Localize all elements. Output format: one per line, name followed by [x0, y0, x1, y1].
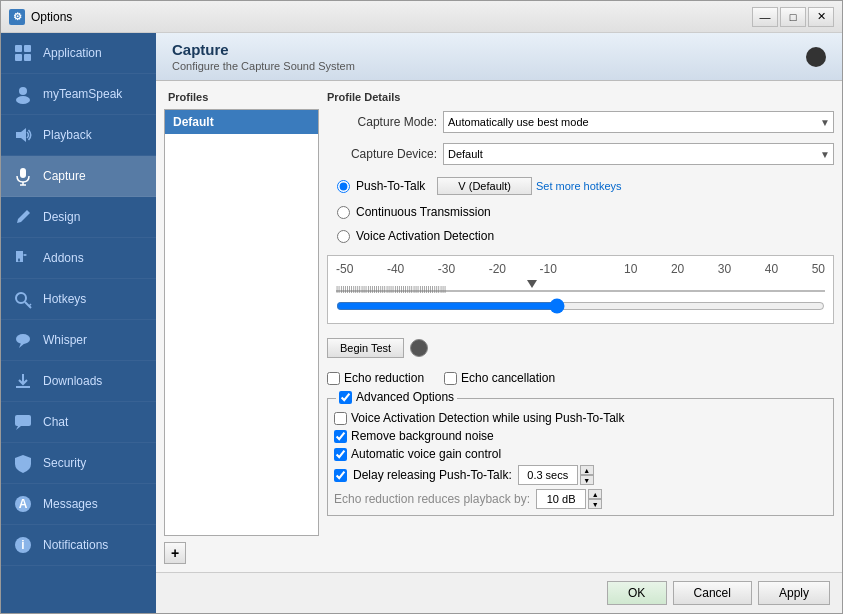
echo-cancellation-row: Echo cancellation: [444, 371, 555, 385]
sidebar-item-design[interactable]: Design: [1, 197, 156, 238]
capture-mode-select-wrapper: Automatically use best mode ▼: [443, 111, 834, 133]
sidebar-item-notifications-label: Notifications: [43, 538, 108, 552]
adv-auto-gain-label: Automatic voice gain control: [351, 447, 501, 461]
vad-radio[interactable]: [337, 230, 350, 243]
maximize-button[interactable]: □: [780, 7, 806, 27]
sidebar-item-addons[interactable]: Addons: [1, 238, 156, 279]
echo-playback-label: Echo reduction reduces playback by:: [334, 492, 530, 506]
sidebar-item-chat-label: Chat: [43, 415, 68, 429]
download-icon: [11, 369, 35, 393]
begin-test-button[interactable]: Begin Test: [327, 338, 404, 358]
capture-device-select-wrapper: Default ▼: [443, 143, 834, 165]
advanced-content: Voice Activation Detection while using P…: [334, 405, 827, 509]
capture-device-row: Capture Device: Default ▼: [327, 143, 834, 165]
delay-spin-down[interactable]: ▼: [580, 475, 594, 485]
capture-device-select[interactable]: Default: [443, 143, 834, 165]
continuous-radio[interactable]: [337, 206, 350, 219]
panel-body: Profiles Default + Profile Details Captu…: [156, 81, 842, 572]
user-icon: [11, 82, 35, 106]
sidebar-item-downloads[interactable]: Downloads: [1, 361, 156, 402]
svg-point-5: [16, 96, 30, 104]
window-title: Options: [31, 10, 72, 24]
close-button[interactable]: ✕: [808, 7, 834, 27]
sidebar-item-playback[interactable]: Playback: [1, 115, 156, 156]
sidebar-item-downloads-label: Downloads: [43, 374, 102, 388]
profile-item-default[interactable]: Default: [165, 110, 318, 134]
details-section: Profile Details Capture Mode: Automatica…: [327, 89, 834, 564]
delay-spin-buttons: ▲ ▼: [580, 465, 594, 485]
sidebar-item-messages[interactable]: A Messages: [1, 484, 156, 525]
speaker-icon: [11, 123, 35, 147]
delay-spin-input[interactable]: [518, 465, 578, 485]
mic-icon: [11, 164, 35, 188]
sidebar-item-myteamspeak[interactable]: myTeamSpeak: [1, 74, 156, 115]
echo-reduction-label: Echo reduction: [344, 371, 424, 385]
echo-cancellation-checkbox[interactable]: [444, 372, 457, 385]
adv-auto-gain-checkbox[interactable]: [334, 448, 347, 461]
sidebar-item-chat[interactable]: Chat: [1, 402, 156, 443]
main-panel: Capture Configure the Capture Sound Syst…: [156, 33, 842, 613]
svg-text:A: A: [19, 497, 28, 511]
sidebar-item-whisper[interactable]: Whisper: [1, 320, 156, 361]
svg-rect-0: [15, 45, 22, 52]
push-to-talk-radio[interactable]: [337, 180, 350, 193]
advanced-options-checkbox[interactable]: [339, 391, 352, 404]
ok-button[interactable]: OK: [607, 581, 667, 605]
svg-marker-6: [16, 128, 26, 142]
advanced-legend: Advanced Options: [336, 390, 457, 404]
more-hotkeys-link[interactable]: Set more hotkeys: [536, 180, 622, 192]
delay-spin-up[interactable]: ▲: [580, 465, 594, 475]
shield-icon: [11, 451, 35, 475]
slider-marker: [527, 280, 537, 288]
sidebar-item-security-label: Security: [43, 456, 86, 470]
echo-playback-spin: ▲ ▼: [536, 489, 602, 509]
adv-delay-checkbox[interactable]: [334, 469, 347, 482]
echo-playback-spin-up[interactable]: ▲: [588, 489, 602, 499]
sidebar-item-capture-label: Capture: [43, 169, 86, 183]
puzzle-icon: [11, 246, 35, 270]
minimize-button[interactable]: —: [752, 7, 778, 27]
sidebar-item-security[interactable]: Security: [1, 443, 156, 484]
add-profile-button[interactable]: +: [164, 542, 186, 564]
apply-button[interactable]: Apply: [758, 581, 830, 605]
sidebar-item-design-label: Design: [43, 210, 80, 224]
hotkey-button[interactable]: V (Default): [437, 177, 532, 195]
echo-playback-input[interactable]: [536, 489, 586, 509]
title-controls: — □ ✕: [752, 7, 834, 27]
sidebar-item-capture[interactable]: Capture: [1, 156, 156, 197]
sidebar-item-application-label: Application: [43, 46, 102, 60]
sidebar-item-playback-label: Playback: [43, 128, 92, 142]
echo-reduction-row: Echo reduction: [327, 371, 424, 385]
panel-header-text: Capture Configure the Capture Sound Syst…: [172, 41, 355, 72]
advanced-options-label: Advanced Options: [356, 390, 454, 404]
svg-text:i: i: [21, 538, 24, 552]
svg-rect-7: [20, 168, 26, 178]
sidebar-item-addons-label: Addons: [43, 251, 84, 265]
footer: OK Cancel Apply: [156, 572, 842, 613]
echo-playback-spin-down[interactable]: ▼: [588, 499, 602, 509]
main-content: Application myTeamSpeak Playback Capture: [1, 33, 842, 613]
radio-vad: Voice Activation Detection: [327, 229, 834, 243]
profiles-section: Profiles Default +: [164, 89, 319, 564]
echo-reduction-checkbox[interactable]: [327, 372, 340, 385]
slider-section: -50-40-30-20-101020304050 ||||||||||||||…: [327, 255, 834, 324]
whisper-icon: [11, 328, 35, 352]
slider-labels: -50-40-30-20-101020304050: [336, 262, 825, 276]
cancel-button[interactable]: Cancel: [673, 581, 752, 605]
app-icon: [11, 41, 35, 65]
sidebar-item-application[interactable]: Application: [1, 33, 156, 74]
adv-remove-bg-checkbox[interactable]: [334, 430, 347, 443]
echo-playback-row: Echo reduction reduces playback by: ▲ ▼: [334, 489, 827, 509]
capture-mode-select[interactable]: Automatically use best mode: [443, 111, 834, 133]
sidebar-item-hotkeys-label: Hotkeys: [43, 292, 86, 306]
adv-vad-push-checkbox[interactable]: [334, 412, 347, 425]
continuous-label: Continuous Transmission: [356, 205, 491, 219]
adv-delay-label: Delay releasing Push-To-Talk:: [353, 468, 512, 482]
slider-input[interactable]: [336, 298, 825, 314]
options-window: ⚙ Options — □ ✕ Application myTeamSpeak: [0, 0, 843, 614]
sidebar-item-hotkeys[interactable]: Hotkeys: [1, 279, 156, 320]
sidebar-item-notifications[interactable]: i Notifications: [1, 525, 156, 566]
details-label: Profile Details: [327, 89, 834, 105]
key-icon: [11, 287, 35, 311]
panel-title: Capture: [172, 41, 355, 58]
